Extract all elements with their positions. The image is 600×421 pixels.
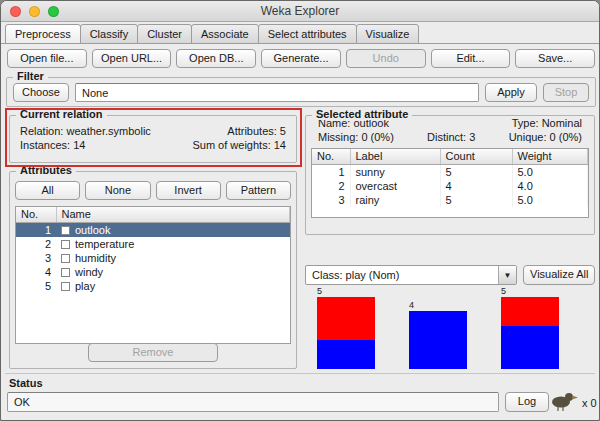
bar-segment-play=no xyxy=(501,297,559,326)
save-button[interactable]: Save... xyxy=(515,49,595,68)
selected-attribute-panel: Selected attribute Name: outlook Type: N… xyxy=(305,115,595,235)
weka-bird-icon xyxy=(549,389,579,413)
attribute-missing-label: Missing: 0 (0%) xyxy=(318,131,394,143)
stats-row: 2 overcast 4 4.0 xyxy=(312,179,588,193)
attribute-row-humidity[interactable]: 3 humidity xyxy=(16,251,290,265)
undo-button[interactable]: Undo xyxy=(346,49,426,68)
attributes-header-name: Name xyxy=(56,207,290,222)
attribute-distinct-label: Distinct: 3 xyxy=(427,131,475,143)
filter-panel: Filter Choose None Apply Stop xyxy=(6,77,596,107)
bar-count-label: 5 xyxy=(501,287,506,296)
attribute-row-windy[interactable]: 4 windy xyxy=(16,265,290,279)
close-button[interactable] xyxy=(10,6,21,17)
edit-button[interactable]: Edit... xyxy=(431,49,511,68)
status-divider xyxy=(5,373,595,374)
window-controls xyxy=(10,6,59,17)
attribute-row-outlook[interactable]: 1 outlook xyxy=(16,222,290,237)
stats-header-label: Label xyxy=(350,149,440,164)
choose-filter-button[interactable]: Choose xyxy=(13,83,69,102)
attribute-row-play[interactable]: 5 play xyxy=(16,279,290,293)
toolbar: Open file... Open URL... Open DB... Gene… xyxy=(7,49,595,68)
stats-header-count: Count xyxy=(440,149,512,164)
remove-attribute-button[interactable]: Remove xyxy=(88,343,218,362)
visualize-all-button[interactable]: Visualize All xyxy=(523,265,595,285)
tab-visualize[interactable]: Visualize xyxy=(356,24,420,44)
current-relation-title: Current relation xyxy=(16,108,107,120)
title-bar: Weka Explorer xyxy=(1,1,599,22)
open-url-button[interactable]: Open URL... xyxy=(92,49,172,68)
attribute-checkbox[interactable] xyxy=(61,282,70,291)
attribute-checkbox[interactable] xyxy=(61,226,70,235)
filter-config-field[interactable]: None xyxy=(75,83,479,102)
stats-row: 1 sunny 5 5.0 xyxy=(312,164,588,179)
bar-segment-play=yes xyxy=(501,326,559,369)
stats-header-row: No. Label Count Weight xyxy=(312,149,588,164)
instances-count-label: Instances: 14 xyxy=(20,139,85,151)
class-histogram: 545 xyxy=(305,287,595,369)
open-file-button[interactable]: Open file... xyxy=(7,49,87,68)
current-relation-panel: Current relation Relation: weather.symbo… xyxy=(9,115,297,163)
status-message: OK xyxy=(14,396,30,408)
invert-selection-button[interactable]: Invert xyxy=(156,181,221,200)
log-button[interactable]: Log xyxy=(505,392,549,412)
histogram-bar-sunny: 5 xyxy=(317,287,375,369)
chevron-down-icon[interactable]: ▼ xyxy=(498,266,516,284)
attribute-checkbox[interactable] xyxy=(61,268,70,277)
class-selector-row: Class: play (Nom) ▼ Visualize All xyxy=(305,265,595,285)
attribute-row-temperature[interactable]: 2 temperature xyxy=(16,237,290,251)
attributes-count-label: Attributes: 5 xyxy=(227,125,286,137)
weka-explorer-window: Weka Explorer Preprocess Classify Cluste… xyxy=(0,0,600,421)
tab-bar: Preprocess Classify Cluster Associate Se… xyxy=(6,24,419,44)
histogram-bar-overcast: 4 xyxy=(409,301,467,369)
tab-classify[interactable]: Classify xyxy=(80,24,139,44)
stats-row: 3 rainy 5 5.0 xyxy=(312,193,588,207)
attributes-panel-title: Attributes xyxy=(16,164,76,176)
tab-associate[interactable]: Associate xyxy=(191,24,259,44)
stats-header-no: No. xyxy=(312,149,350,164)
relation-name-label: Relation: weather.symbolic xyxy=(20,125,151,137)
generate-button[interactable]: Generate... xyxy=(261,49,341,68)
zoom-button[interactable] xyxy=(48,6,59,17)
bar-count-label: 5 xyxy=(317,287,322,296)
status-title: Status xyxy=(9,377,43,389)
selected-attribute-title: Selected attribute xyxy=(312,108,412,120)
tab-select-attributes[interactable]: Select attributes xyxy=(258,24,357,44)
weka-run-counter: x 0 xyxy=(582,397,597,409)
pattern-button[interactable]: Pattern xyxy=(226,181,291,200)
sum-of-weights-label: Sum of weights: 14 xyxy=(192,139,286,151)
bar-segment-play=yes xyxy=(409,311,467,369)
tab-cluster[interactable]: Cluster xyxy=(137,24,192,44)
bar-count-label: 4 xyxy=(409,301,414,310)
bar-segment-play=yes xyxy=(317,340,375,369)
select-none-button[interactable]: None xyxy=(85,181,150,200)
filter-panel-title: Filter xyxy=(13,70,48,82)
attributes-table: No. Name 1 outlook 2 temperature 3 xyxy=(15,206,291,344)
stats-header-weight: Weight xyxy=(512,149,588,164)
minimize-button[interactable] xyxy=(29,6,40,17)
attribute-stats-table: No. Label Count Weight 1 sunny 5 5.0 2 xyxy=(311,148,589,218)
attributes-panel: Attributes All None Invert Pattern No. N… xyxy=(9,171,297,369)
class-selector-combo[interactable]: Class: play (Nom) ▼ xyxy=(305,265,517,285)
tab-preprocess[interactable]: Preprocess xyxy=(5,24,81,44)
filter-config-value: None xyxy=(82,87,108,99)
window-title: Weka Explorer xyxy=(261,4,339,18)
select-all-button[interactable]: All xyxy=(15,181,80,200)
attribute-type-label: Type: Nominal xyxy=(512,117,582,129)
attributes-header-row: No. Name xyxy=(16,207,290,222)
attribute-checkbox[interactable] xyxy=(61,240,70,249)
open-db-button[interactable]: Open DB... xyxy=(176,49,256,68)
histogram-bar-rainy: 5 xyxy=(501,287,559,369)
attribute-checkbox[interactable] xyxy=(61,254,70,263)
stop-filter-button[interactable]: Stop xyxy=(543,83,589,102)
class-selector-value: Class: play (Nom) xyxy=(306,269,498,281)
attribute-unique-label: Unique: 0 (0%) xyxy=(509,131,582,143)
bar-segment-play=no xyxy=(317,297,375,340)
status-field: OK xyxy=(7,392,499,412)
apply-filter-button[interactable]: Apply xyxy=(485,83,537,102)
attributes-header-no: No. xyxy=(16,207,56,222)
